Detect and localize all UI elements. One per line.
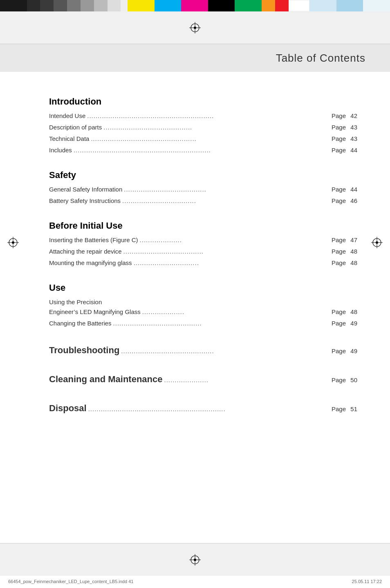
toc-entry-battery-safety: Battery Safety Instructions ............… bbox=[49, 196, 357, 206]
toc-page-technical: Page43 bbox=[332, 134, 357, 144]
color-seg-8 bbox=[108, 0, 121, 11]
toc-page-includes: Page44 bbox=[332, 145, 357, 155]
color-seg-orange bbox=[262, 0, 275, 11]
bottom-registration-mark bbox=[189, 554, 201, 566]
toc-dots-includes: ........................................… bbox=[74, 145, 330, 155]
color-seg-green bbox=[235, 0, 262, 11]
toc-page-intended-use: Page42 bbox=[332, 111, 357, 121]
toc-title-battery-safety: Battery Safety Instructions bbox=[49, 196, 121, 206]
toc-dots-description: ........................................… bbox=[103, 122, 330, 132]
right-registration-mark bbox=[371, 237, 383, 248]
color-seg-4 bbox=[54, 0, 67, 11]
toc-dots-mounting: ............................... bbox=[134, 258, 330, 268]
color-seg-7 bbox=[94, 0, 108, 11]
toc-dots-changing-batteries: ........................................… bbox=[113, 318, 330, 328]
toc-entry-disposal: Disposal ...............................… bbox=[49, 401, 357, 415]
toc-entry-general-safety: General Safety Information .............… bbox=[49, 185, 357, 194]
toc-title-intended-use: Intended Use bbox=[49, 111, 85, 121]
section-header-use: Use bbox=[49, 283, 357, 293]
toc-entry-technical: Technical Data .........................… bbox=[49, 134, 357, 144]
page-title: Table of Contents bbox=[276, 52, 365, 65]
toc-dots-inserting-batteries: .................... bbox=[140, 235, 330, 245]
color-seg-2 bbox=[27, 0, 40, 11]
color-seg-lightblue3 bbox=[363, 0, 390, 11]
file-info-right: 25.05.11 17:22 bbox=[352, 579, 382, 584]
section-introduction: Introduction Intended Use ..............… bbox=[49, 96, 357, 155]
section-header-safety: Safety bbox=[49, 170, 357, 180]
color-seg-red bbox=[275, 0, 289, 11]
toc-entry-engineer-led: Engineer’s LED Magnifying Glass ........… bbox=[49, 307, 357, 317]
toc-entry-inserting-batteries: Inserting the Batteries (Figure C) .....… bbox=[49, 235, 357, 245]
toc-dots-troubleshooting: ........................................… bbox=[121, 346, 330, 356]
color-seg-5 bbox=[67, 0, 81, 11]
color-seg-1 bbox=[0, 0, 27, 11]
toc-entry-changing-batteries: Changing the Batteries .................… bbox=[49, 318, 357, 328]
toc-title-cleaning: Cleaning and Maintenance bbox=[49, 372, 163, 386]
main-content: Introduction Intended Use ..............… bbox=[49, 82, 357, 539]
toc-page-engineer-led: Page48 bbox=[332, 307, 357, 317]
toc-dots-attaching: ...................................... bbox=[123, 247, 330, 256]
color-seg-black bbox=[208, 0, 235, 11]
color-seg-9 bbox=[121, 0, 127, 11]
color-seg-yellow bbox=[128, 0, 155, 11]
toc-page-troubleshooting: Page49 bbox=[332, 346, 357, 356]
section-before-initial-use: Before Initial Use Inserting the Batteri… bbox=[49, 220, 357, 268]
toc-page-description: Page43 bbox=[332, 122, 357, 132]
header-title-area: Table of Contents bbox=[0, 44, 390, 72]
toc-entry-cleaning: Cleaning and Maintenance ...............… bbox=[49, 372, 357, 386]
toc-entry-attaching: Attaching the repair device ............… bbox=[49, 247, 357, 256]
bottom-registration-area bbox=[0, 543, 390, 576]
color-bar bbox=[0, 0, 390, 11]
toc-entry-includes: Includes ...............................… bbox=[49, 145, 357, 155]
toc-page-disposal: Page51 bbox=[332, 404, 357, 414]
toc-page-changing-batteries: Page49 bbox=[332, 318, 357, 328]
toc-entry-troubleshooting: Troubleshooting ........................… bbox=[49, 343, 357, 357]
toc-title-using-precision-line1: Using the Precision bbox=[49, 297, 357, 307]
toc-disposal-row: Disposal ...............................… bbox=[49, 401, 357, 415]
toc-title-general-safety: General Safety Information bbox=[49, 185, 122, 194]
toc-dots-engineer-led: .................... bbox=[142, 307, 330, 317]
section-header-before: Before Initial Use bbox=[49, 220, 357, 231]
toc-page-battery-safety: Page46 bbox=[332, 196, 357, 206]
toc-entry-intended-use: Intended Use ...........................… bbox=[49, 111, 357, 121]
toc-dots-general-safety: ....................................... bbox=[124, 185, 330, 194]
toc-title-mounting: Mounting the magnifying glass bbox=[49, 258, 132, 268]
toc-title-disposal: Disposal bbox=[49, 401, 87, 415]
toc-page-inserting-batteries: Page47 bbox=[332, 235, 357, 245]
toc-entry-mounting: Mounting the magnifying glass ..........… bbox=[49, 258, 357, 268]
top-registration-mark bbox=[189, 22, 201, 33]
toc-title-description: Description of parts bbox=[49, 122, 102, 132]
toc-title-attaching: Attaching the repair device bbox=[49, 247, 122, 256]
toc-dots-cleaning: ..................... bbox=[164, 375, 330, 385]
toc-cleaning-row: Cleaning and Maintenance ...............… bbox=[49, 372, 357, 386]
toc-dots-battery-safety: ................................... bbox=[122, 196, 330, 206]
section-safety: Safety General Safety Information ......… bbox=[49, 170, 357, 206]
color-seg-magenta bbox=[181, 0, 208, 11]
toc-title-technical: Technical Data bbox=[49, 134, 89, 144]
toc-troubleshooting-row: Troubleshooting ........................… bbox=[49, 343, 357, 357]
color-seg-lightblue1 bbox=[309, 0, 336, 11]
toc-title-troubleshooting: Troubleshooting bbox=[49, 343, 119, 357]
toc-dots-intended-use: ........................................… bbox=[87, 111, 330, 121]
color-seg-lightblue2 bbox=[336, 0, 363, 11]
toc-title-engineer-led: Engineer’s LED Magnifying Glass bbox=[49, 307, 141, 317]
file-info-left: 66454_pow_Feinmechaniker_LED_Lupe_conten… bbox=[8, 579, 133, 584]
toc-dots-technical: ........................................… bbox=[91, 134, 330, 144]
toc-page-general-safety: Page44 bbox=[332, 185, 357, 194]
color-seg-cyan bbox=[155, 0, 182, 11]
toc-title-includes: Includes bbox=[49, 145, 72, 155]
toc-dots-disposal: ........................................… bbox=[88, 404, 330, 414]
top-registration-area bbox=[0, 11, 390, 44]
color-seg-white bbox=[289, 0, 309, 11]
color-seg-3 bbox=[40, 0, 54, 11]
toc-title-inserting-batteries: Inserting the Batteries (Figure C) bbox=[49, 235, 138, 245]
toc-title-changing-batteries: Changing the Batteries bbox=[49, 318, 112, 328]
toc-entry-description: Description of parts ...................… bbox=[49, 122, 357, 132]
toc-entry-using-precision: Using the Precision Engineer’s LED Magni… bbox=[49, 297, 357, 317]
section-use: Use Using the Precision Engineer’s LED M… bbox=[49, 283, 357, 328]
toc-page-cleaning: Page50 bbox=[332, 375, 357, 385]
left-registration-mark bbox=[7, 237, 19, 248]
section-header-introduction: Introduction bbox=[49, 96, 357, 107]
color-seg-6 bbox=[81, 0, 94, 11]
toc-page-attaching: Page48 bbox=[332, 247, 357, 256]
